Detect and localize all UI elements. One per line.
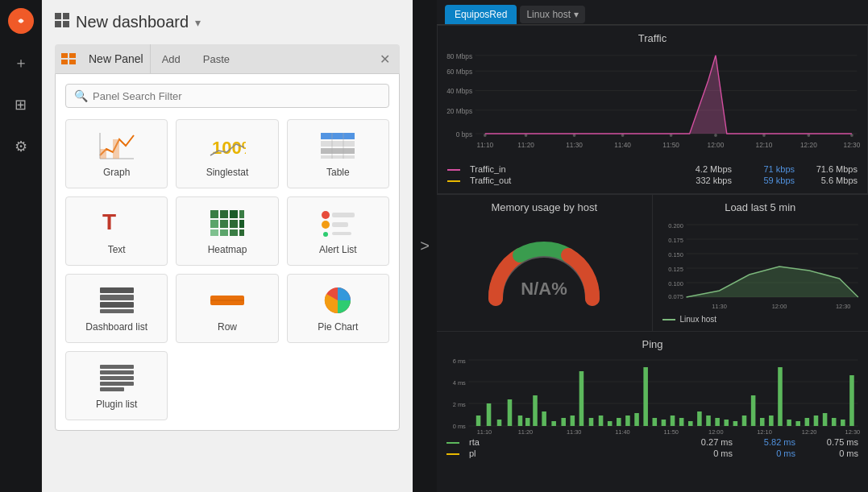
svg-rect-7 — [61, 60, 68, 64]
sidebar-dashboards-icon[interactable]: ⊞ — [8, 92, 34, 118]
svg-rect-108 — [508, 399, 513, 426]
pl-color — [446, 453, 459, 455]
sidebar-add-icon[interactable]: ＋ — [8, 50, 34, 76]
svg-rect-126 — [671, 416, 675, 426]
svg-rect-135 — [751, 395, 756, 426]
panel-item-graph[interactable]: Graph — [65, 119, 168, 188]
svg-rect-3 — [55, 21, 61, 27]
rta-avg: 0.75 ms — [802, 437, 858, 447]
svg-rect-36 — [332, 213, 355, 217]
svg-text:11:50: 11:50 — [662, 140, 679, 148]
panel-item-table[interactable]: Table — [287, 119, 389, 188]
svg-text:11:40: 11:40 — [614, 140, 631, 148]
svg-text:4 ms: 4 ms — [453, 379, 466, 387]
svg-rect-113 — [551, 421, 556, 426]
tab-equiposred[interactable]: EquiposRed — [445, 5, 517, 24]
load-legend-color — [662, 319, 675, 320]
load-chart-svg: 0.200 0.175 0.150 0.125 0.100 0.075 — [659, 218, 862, 315]
svg-text:11:30: 11:30 — [712, 303, 727, 310]
paste-button[interactable]: Paste — [192, 47, 241, 72]
panel-item-dashboard-list[interactable]: Dashboard list — [65, 274, 168, 343]
svg-rect-46 — [100, 365, 134, 369]
dashboard-grid: Traffic 80 Mbps 60 Mbps 40 Mbps 20 Mbps … — [437, 25, 868, 492]
tab-linux-host[interactable]: Linux host ▾ — [520, 6, 585, 23]
svg-rect-120 — [617, 418, 621, 426]
pl-label: pl — [469, 449, 480, 458]
panel-item-singlestat[interactable]: 100% Singlestat — [176, 119, 278, 188]
svg-rect-12 — [113, 139, 119, 159]
row-icon — [207, 284, 247, 316]
traffic-in-avg: 4.2 Mbps — [675, 164, 732, 174]
panel-label-text: Text — [108, 244, 126, 255]
rta-label: rta — [469, 437, 480, 447]
add-button[interactable]: Add — [151, 47, 192, 72]
svg-rect-105 — [476, 416, 481, 426]
svg-text:12:30: 12:30 — [835, 303, 850, 310]
svg-rect-5 — [61, 53, 68, 58]
svg-text:80 Mbps: 80 Mbps — [446, 52, 472, 60]
sidebar-logo — [8, 8, 34, 34]
svg-text:0.075: 0.075 — [668, 293, 683, 300]
panel-container: 🔍 Graph — [55, 73, 400, 431]
svg-text:12:00: 12:00 — [708, 140, 725, 148]
svg-rect-141 — [805, 418, 810, 426]
right-panel: EquiposRed Linux host ▾ Traffic 80 Mbps … — [437, 0, 868, 492]
sidebar-settings-icon[interactable]: ⚙ — [8, 134, 34, 159]
close-panel-button[interactable]: ✕ — [370, 45, 400, 73]
svg-rect-145 — [841, 420, 845, 426]
panel-grid: Graph 100% Singlestat — [65, 119, 389, 420]
svg-text:0.100: 0.100 — [668, 280, 683, 287]
gauge-container: N/A% — [480, 218, 608, 307]
text-icon: T — [97, 207, 137, 239]
svg-rect-14 — [321, 133, 355, 139]
panel-item-text[interactable]: T Text — [65, 196, 168, 266]
svg-rect-130 — [706, 416, 711, 426]
panel-label-singlestat: Singlestat — [206, 167, 249, 178]
svg-rect-115 — [571, 416, 575, 426]
dashboard-chevron-icon[interactable]: ▾ — [195, 16, 201, 29]
pl-min: 0 ms — [676, 449, 733, 458]
panel-item-pie-chart[interactable]: Pie Chart — [287, 274, 389, 343]
svg-text:N/A%: N/A% — [521, 279, 567, 299]
svg-rect-109 — [518, 416, 523, 426]
svg-rect-31 — [230, 229, 238, 236]
svg-rect-119 — [608, 421, 613, 426]
svg-point-33 — [322, 211, 330, 219]
ping-chart-title: Ping — [443, 338, 862, 350]
panel-item-heatmap[interactable]: Heatmap — [176, 196, 278, 266]
svg-text:11:40: 11:40 — [615, 428, 630, 436]
panel-item-plugin-list[interactable]: Plugin list — [65, 351, 168, 420]
load-legend-label: Linux host — [680, 315, 717, 324]
svg-rect-39 — [100, 287, 134, 293]
svg-rect-2 — [63, 13, 69, 19]
svg-text:0.200: 0.200 — [668, 222, 683, 229]
svg-rect-4 — [63, 21, 69, 27]
svg-rect-131 — [715, 418, 720, 426]
memory-chart-title: Memory usage by host — [491, 201, 597, 213]
svg-text:0 ms: 0 ms — [453, 423, 466, 430]
table-icon — [318, 130, 358, 162]
panel-item-alert-list[interactable]: Alert List — [287, 196, 389, 266]
traffic-out-label: Traffic_out — [470, 176, 511, 185]
svg-rect-24 — [239, 210, 244, 218]
traffic-out-current: 59 kbps — [738, 176, 795, 185]
middle-row: Memory usage by host N/A% — [437, 194, 868, 331]
svg-point-35 — [323, 232, 328, 237]
panel-label-plugin-list: Plugin list — [96, 399, 137, 410]
svg-rect-28 — [239, 220, 244, 228]
traffic-in-color — [447, 169, 460, 171]
search-input[interactable] — [93, 90, 380, 102]
svg-text:12:10: 12:10 — [756, 140, 773, 148]
svg-point-34 — [322, 221, 330, 229]
traffic-out-color — [447, 180, 460, 182]
svg-text:0.125: 0.125 — [668, 266, 683, 273]
svg-text:11:30: 11:30 — [567, 428, 582, 436]
svg-rect-128 — [688, 421, 693, 426]
panel-item-row[interactable]: Row — [176, 274, 278, 343]
svg-rect-122 — [634, 413, 639, 426]
svg-rect-129 — [697, 411, 702, 426]
svg-rect-127 — [679, 418, 684, 426]
svg-text:12:30: 12:30 — [845, 428, 861, 436]
traffic-in-label: Traffic_in — [470, 164, 511, 174]
traffic-in-total: 71.6 Mbps — [801, 164, 858, 174]
